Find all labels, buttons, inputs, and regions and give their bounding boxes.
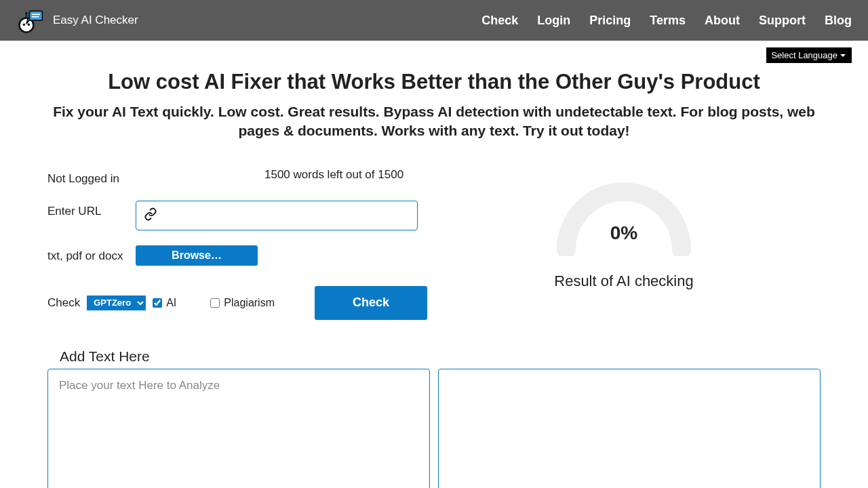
page-subheading: Fix your AI Text quickly. Low cost. Grea…	[34, 102, 834, 141]
file-types-label: txt, pdf or docx	[47, 245, 136, 263]
ai-checkbox[interactable]	[153, 298, 162, 308]
plagiarism-checkbox-wrap[interactable]: Plagiarism	[210, 297, 275, 309]
ai-checkbox-label: AI	[166, 297, 176, 309]
ai-checkbox-wrap[interactable]: AI	[153, 297, 176, 309]
check-mode-label: Check	[47, 296, 80, 310]
svg-point-7	[25, 12, 28, 15]
page-heading: Low cost AI Fixer that Works Better than…	[41, 70, 827, 94]
login-status: Not Logged in	[47, 168, 136, 186]
result-gauge: 0%	[553, 175, 695, 256]
language-bar: Select Language	[0, 41, 868, 63]
nav-check[interactable]: Check	[481, 14, 518, 28]
language-selector-label: Select Language	[771, 50, 837, 60]
detector-select[interactable]: GPTZero	[87, 296, 146, 310]
add-text-label: Add Text Here	[60, 348, 868, 365]
nav-support[interactable]: Support	[759, 14, 806, 28]
svg-point-4	[23, 23, 26, 26]
gauge-value: 0%	[553, 222, 695, 244]
header-left: Easy AI Checker	[16, 6, 138, 35]
language-selector[interactable]: Select Language	[766, 47, 852, 63]
header: Easy AI Checker Check Login Pricing Term…	[0, 0, 868, 41]
svg-point-5	[28, 23, 31, 26]
url-input[interactable]	[136, 201, 418, 230]
input-textarea[interactable]	[47, 369, 430, 488]
logo-icon	[16, 6, 45, 35]
nav-terms[interactable]: Terms	[650, 14, 686, 28]
chevron-down-icon	[839, 52, 847, 60]
plagiarism-checkbox-label: Plagiarism	[224, 297, 275, 309]
plagiarism-checkbox[interactable]	[210, 298, 220, 308]
nav-blog[interactable]: Blog	[825, 14, 852, 28]
check-button[interactable]: Check	[315, 286, 427, 320]
words-remaining: 1500 words left out of 1500	[264, 168, 403, 182]
gauge-arc-icon	[553, 175, 695, 256]
url-label: Enter URL	[47, 201, 136, 218]
nav-login[interactable]: Login	[537, 14, 570, 28]
link-icon	[144, 207, 157, 224]
nav-pricing[interactable]: Pricing	[589, 14, 631, 28]
nav-about[interactable]: About	[705, 14, 740, 28]
output-textarea[interactable]	[438, 369, 821, 488]
gauge-caption: Result of AI checking	[554, 272, 693, 290]
svg-rect-1	[29, 11, 42, 20]
brand-name: Easy AI Checker	[53, 14, 138, 27]
main-nav: Check Login Pricing Terms About Support …	[481, 14, 852, 28]
browse-button[interactable]: Browse…	[136, 245, 258, 266]
